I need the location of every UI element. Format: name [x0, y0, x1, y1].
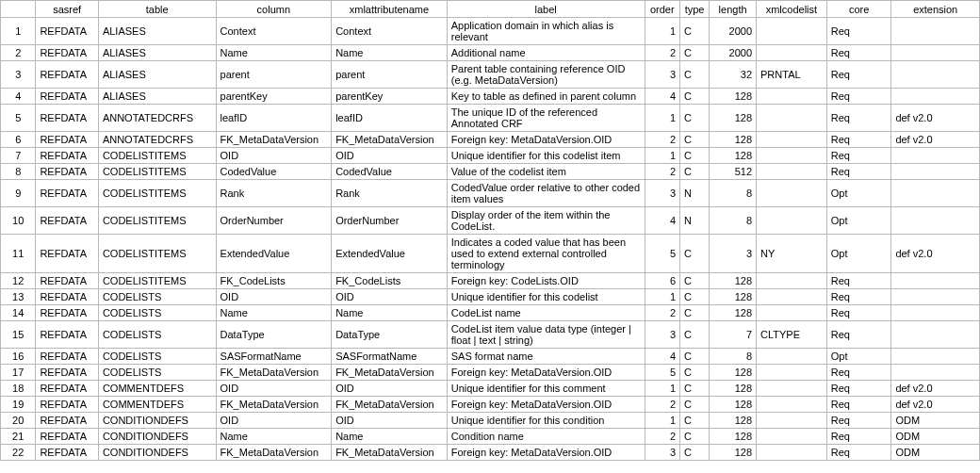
cell-type[interactable]: C [680, 105, 710, 132]
cell-core[interactable]: Req [826, 148, 891, 164]
cell-label[interactable]: The unique ID of the referenced Annotate… [447, 105, 645, 132]
cell-type[interactable]: C [680, 148, 710, 164]
cell-table[interactable]: CODELISTITEMS [98, 180, 216, 207]
header-xmlcodelist[interactable]: xmlcodelist [757, 1, 827, 18]
cell-core[interactable]: Req [826, 429, 891, 445]
cell-extension[interactable]: def v2.0 [891, 397, 980, 413]
cell-order[interactable]: 1 [645, 148, 679, 164]
cell-sasref[interactable]: REFDATA [36, 207, 98, 235]
cell-xmlattributename[interactable]: OID [332, 289, 448, 305]
row-number[interactable]: 20 [1, 413, 36, 429]
cell-core[interactable]: Opt [826, 207, 891, 235]
cell-type[interactable]: C [680, 164, 710, 180]
cell-type[interactable]: C [680, 18, 710, 45]
header-label[interactable]: label [447, 1, 645, 18]
cell-xmlcodelist[interactable] [757, 305, 827, 321]
cell-table[interactable]: ANNOTATEDCRFS [98, 132, 216, 148]
cell-table[interactable]: CONDITIONDEFS [98, 445, 216, 461]
table-row[interactable]: 3REFDATAALIASESparentparentParent table … [1, 61, 980, 89]
cell-extension[interactable] [891, 273, 980, 289]
cell-xmlattributename[interactable]: Context [332, 18, 448, 45]
cell-sasref[interactable]: REFDATA [36, 164, 98, 180]
cell-xmlattributename[interactable]: SASFormatName [332, 349, 448, 365]
cell-sasref[interactable]: REFDATA [36, 148, 98, 164]
cell-order[interactable]: 1 [645, 381, 679, 397]
cell-type[interactable]: C [680, 45, 710, 61]
cell-xmlattributename[interactable]: Name [332, 429, 448, 445]
table-row[interactable]: 17REFDATACODELISTSFK_MetaDataVersionFK_M… [1, 365, 980, 381]
cell-xmlcodelist[interactable] [757, 413, 827, 429]
cell-xmlcodelist[interactable] [757, 365, 827, 381]
header-order[interactable]: order [645, 1, 679, 18]
cell-column[interactable]: FK_MetaDataVersion [216, 445, 332, 461]
cell-type[interactable]: C [680, 349, 710, 365]
cell-type[interactable]: C [680, 305, 710, 321]
row-number[interactable]: 8 [1, 164, 36, 180]
cell-xmlcodelist[interactable] [757, 381, 827, 397]
cell-length[interactable]: 512 [710, 164, 757, 180]
cell-core[interactable]: Req [826, 381, 891, 397]
cell-type[interactable]: C [680, 132, 710, 148]
cell-xmlattributename[interactable]: Name [332, 305, 448, 321]
cell-extension[interactable] [891, 321, 980, 349]
cell-table[interactable]: CONDITIONDEFS [98, 413, 216, 429]
cell-extension[interactable] [891, 45, 980, 61]
cell-label[interactable]: Value of the codelist item [447, 164, 645, 180]
table-row[interactable]: 22REFDATACONDITIONDEFSFK_MetaDataVersion… [1, 445, 980, 461]
cell-sasref[interactable]: REFDATA [36, 105, 98, 132]
cell-type[interactable]: C [680, 445, 710, 461]
table-row[interactable]: 9REFDATACODELISTITEMSRankRankCodedValue … [1, 180, 980, 207]
cell-xmlattributename[interactable]: FK_MetaDataVersion [332, 365, 448, 381]
row-number[interactable]: 19 [1, 397, 36, 413]
cell-extension[interactable] [891, 180, 980, 207]
cell-sasref[interactable]: REFDATA [36, 289, 98, 305]
cell-type[interactable]: C [680, 381, 710, 397]
cell-xmlcodelist[interactable] [757, 429, 827, 445]
cell-length[interactable]: 32 [710, 61, 757, 89]
cell-xmlattributename[interactable]: parentKey [332, 89, 448, 105]
row-number[interactable]: 13 [1, 289, 36, 305]
cell-order[interactable]: 4 [645, 207, 679, 235]
cell-label[interactable]: Foreign key: MetaDataVersion.OID [447, 365, 645, 381]
cell-length[interactable]: 128 [710, 365, 757, 381]
cell-xmlcodelist[interactable] [757, 18, 827, 45]
cell-label[interactable]: Unique identifier for this codelist item [447, 148, 645, 164]
header-column[interactable]: column [216, 1, 332, 18]
table-row[interactable]: 14REFDATACODELISTSNameNameCodeList name2… [1, 305, 980, 321]
cell-extension[interactable] [891, 365, 980, 381]
table-row[interactable]: 11REFDATACODELISTITEMSExtendedValueExten… [1, 235, 980, 273]
row-number[interactable]: 2 [1, 45, 36, 61]
cell-length[interactable]: 3 [710, 235, 757, 273]
cell-core[interactable]: Req [826, 445, 891, 461]
cell-table[interactable]: COMMENTDEFS [98, 397, 216, 413]
cell-xmlcodelist[interactable]: NY [757, 235, 827, 273]
cell-core[interactable]: Req [826, 305, 891, 321]
cell-core[interactable]: Req [826, 289, 891, 305]
table-row[interactable]: 8REFDATACODELISTITEMSCodedValueCodedValu… [1, 164, 980, 180]
row-number[interactable]: 14 [1, 305, 36, 321]
cell-xmlattributename[interactable]: OID [332, 413, 448, 429]
cell-core[interactable]: Req [826, 273, 891, 289]
cell-column[interactable]: parentKey [216, 89, 332, 105]
cell-extension[interactable]: def v2.0 [891, 381, 980, 397]
cell-xmlcodelist[interactable]: CLTYPE [757, 321, 827, 349]
cell-table[interactable]: CODELISTS [98, 321, 216, 349]
row-number[interactable]: 11 [1, 235, 36, 273]
cell-column[interactable]: FK_MetaDataVersion [216, 397, 332, 413]
cell-type[interactable]: C [680, 397, 710, 413]
cell-column[interactable]: Name [216, 305, 332, 321]
cell-xmlcodelist[interactable]: PRNTAL [757, 61, 827, 89]
cell-length[interactable]: 128 [710, 273, 757, 289]
row-number[interactable]: 18 [1, 381, 36, 397]
cell-label[interactable]: Display order of the item within the Cod… [447, 207, 645, 235]
table-row[interactable]: 2REFDATAALIASESNameNameAdditional name2C… [1, 45, 980, 61]
cell-label[interactable]: Key to table as defined in parent column [447, 89, 645, 105]
row-number[interactable]: 22 [1, 445, 36, 461]
cell-order[interactable]: 2 [645, 164, 679, 180]
cell-sasref[interactable]: REFDATA [36, 180, 98, 207]
cell-xmlcodelist[interactable] [757, 132, 827, 148]
cell-core[interactable]: Req [826, 105, 891, 132]
cell-length[interactable]: 128 [710, 289, 757, 305]
cell-column[interactable]: Name [216, 429, 332, 445]
cell-extension[interactable]: def v2.0 [891, 105, 980, 132]
